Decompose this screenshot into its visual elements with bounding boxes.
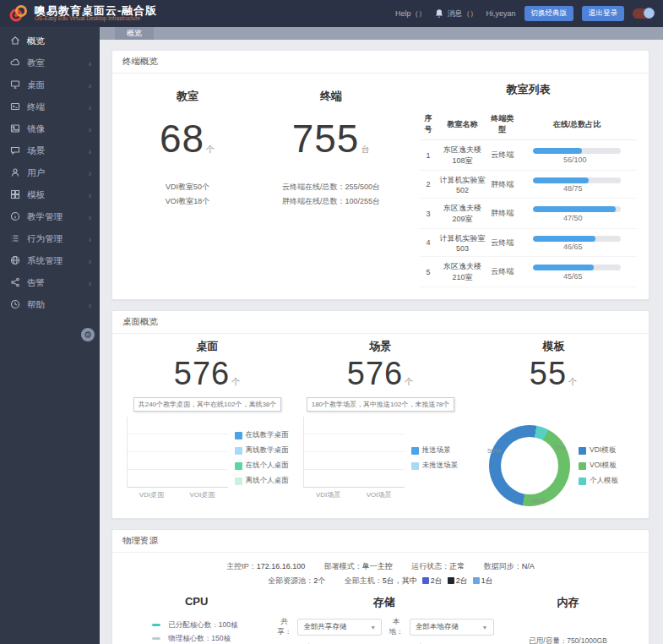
legend-item: 离线个人桌面	[235, 476, 289, 486]
chevron-right-icon: ›	[89, 213, 91, 222]
legend-item: 在线教学桌面	[235, 430, 289, 440]
table-header-row: 序号 教室名称 终端类型 在线/总数占比	[420, 109, 637, 140]
classroom-list-title: 教室列表	[420, 82, 637, 97]
legend-item: 在线个人桌面	[235, 461, 289, 471]
main-content: 终端概览 教室 68个 VDI教室50个 VOI教室18个 终端 755台	[100, 40, 663, 644]
pie-slice-label: 50%	[487, 447, 501, 455]
shared-storage-label: 共享：	[274, 617, 294, 637]
cluster-info-row1: 主控IP：172.16.16.100 部署模式：单一主控 运行状态：正常 数据同…	[112, 559, 649, 574]
sidebar-item-0[interactable]: 概览	[0, 30, 100, 52]
memory-usage: 已用/容量：750/1000GB	[496, 636, 640, 644]
sidebar: 概览教室›桌面›终端›镜像›场景›用户›模板›教学管理›行为管理›系统管理›告警…	[0, 27, 100, 644]
chevron-right-icon: ›	[89, 81, 91, 90]
shared-storage-block: 共享： 全部共享存储▼ 已用/容量：750/1000GB 已用率75%	[274, 617, 382, 644]
logout-button[interactable]: 退出登录	[582, 6, 624, 21]
cluster-info-row2: 全部资源池：2个 全部主机：5台，其中2台2台1台	[112, 574, 649, 588]
sidebar-item-5[interactable]: 场景›	[0, 140, 100, 162]
table-row[interactable]: 3东区逸夫楼209室胖终端47/50	[420, 199, 637, 229]
classroom-sub-voi: VOI教室18个	[124, 194, 251, 209]
template-label: 模板	[467, 339, 640, 354]
col-name: 教室名称	[437, 109, 488, 140]
home-icon	[10, 35, 20, 47]
scene-chart-col: 场景 576个 180个教学场景，其中推送102个，未推送78个 VDI场景VO…	[294, 339, 467, 506]
sidebar-item-6[interactable]: 用户›	[0, 162, 100, 184]
desktop-icon	[10, 79, 20, 91]
col-type: 终端类型	[488, 109, 517, 140]
local-storage-block: 本地： 全部本地存储▼ 已用/容量：750/1000GB 已用率75%	[386, 617, 493, 644]
table-row[interactable]: 2计算机实验室502胖终端48/75	[420, 171, 637, 199]
local-storage-select[interactable]: 全部本地存储▼	[410, 619, 494, 636]
local-storage-label: 本地：	[386, 617, 405, 637]
chevron-right-icon: ›	[89, 147, 91, 156]
terminal-stat: 终端 755台 云终端在线/总数：255/500台 胖终端在线/总数：100/2…	[251, 82, 411, 287]
physical-resource-card: 物理资源 主控IP：172.16.16.100 部署模式：单一主控 运行状态：正…	[111, 529, 649, 644]
switch-classic-button[interactable]: 切换经典版	[524, 6, 574, 21]
list-icon	[10, 233, 20, 245]
app-subtitle: OS-Easy Edu Virtual Desktop Infrastructu…	[35, 16, 157, 22]
theme-toggle[interactable]	[633, 8, 655, 19]
sidebar-item-2[interactable]: 桌面›	[0, 74, 100, 96]
pie-slice-label: 5%	[555, 444, 565, 451]
sidebar-item-label: 行为管理	[27, 233, 62, 245]
table-row[interactable]: 1东区逸夫楼108室云终端56/100	[420, 140, 637, 171]
grid-icon	[10, 189, 20, 201]
sidebar-item-label: 教室	[27, 57, 45, 69]
sidebar-item-1[interactable]: 教室›	[0, 52, 100, 74]
classroom-label: 教室	[124, 89, 251, 104]
chevron-right-icon: ›	[89, 235, 91, 244]
scene-bar-chart: VDI场景VOI场景 推送场景未推送场景	[294, 417, 467, 499]
scene-count: 576个	[294, 356, 467, 392]
sidebar-item-label: 系统管理	[27, 255, 62, 267]
template-count: 55个	[467, 356, 640, 392]
sidebar-item-label: 终端	[27, 101, 45, 113]
sidebar-item-9[interactable]: 行为管理›	[0, 228, 100, 250]
col-no: 序号	[420, 109, 437, 140]
table-row[interactable]: 4计算机实验室503云终端46/65	[420, 229, 637, 257]
user-menu[interactable]: Hi,yeyan	[486, 9, 515, 18]
chevron-down-icon: ▼	[482, 625, 488, 630]
chevron-down-icon: ▼	[370, 625, 376, 630]
desktop-tooltip: 共240个教学桌面，其中在线102个，离线38个	[133, 397, 282, 412]
info-icon	[10, 211, 20, 223]
memory-section: 内存 已用/容量：750/1000GB 已用率75%	[496, 595, 640, 644]
toggle-knob	[644, 8, 655, 19]
sidebar-item-3[interactable]: 终端›	[0, 96, 100, 118]
card-title: 桌面概览	[112, 311, 649, 334]
pie-slice-label: 45%	[531, 497, 545, 505]
help-link[interactable]: Help（）	[395, 8, 427, 19]
sidebar-item-12[interactable]: 帮助›	[0, 294, 100, 316]
legend-item: 物理核心数：150核	[152, 634, 231, 644]
col-ratio: 在线/总数占比	[517, 109, 637, 140]
desktop-chart-col: 桌面 576个 共240个教学桌面，其中在线102个，离线38个 VDI桌面VO…	[121, 339, 294, 506]
terminal-sub-cloud: 云终端在线/总数：255/500台	[251, 180, 411, 194]
tab-overview[interactable]: 概览	[115, 27, 154, 40]
desktop-bar-chart: VDI桌面VOI桌面 在线教学桌面离线教学桌面在线个人桌面离线个人桌面	[121, 417, 294, 499]
classroom-stat: 教室 68个 VDI教室50个 VOI教室18个	[124, 82, 251, 287]
classroom-list: 教室列表 序号 教室名称 终端类型 在线/总数占比 1东区逸夫楼108室云终端5…	[411, 82, 637, 287]
chevron-right-icon: ›	[89, 125, 91, 134]
online-ratio-text: 47/50	[563, 214, 595, 222]
sidebar-item-label: 模板	[27, 189, 45, 201]
messages-link[interactable]: 消息（）	[434, 8, 477, 19]
table-row[interactable]: 5东区逸夫楼210室云终端45/65	[420, 257, 637, 287]
legend-item: 已分配核心数：100核	[152, 620, 237, 630]
sidebar-item-label: 告警	[27, 277, 45, 289]
sidebar-item-8[interactable]: 教学管理›	[0, 206, 100, 228]
host-state-square	[473, 577, 480, 584]
sidebar-item-7[interactable]: 模板›	[0, 184, 100, 206]
chevron-right-icon: ›	[89, 257, 91, 266]
sidebar-item-4[interactable]: 镜像›	[0, 118, 100, 140]
bell-icon	[434, 8, 444, 19]
sidebar-gear-icon[interactable]: ⚙	[81, 328, 95, 341]
sidebar-item-label: 教学管理	[27, 211, 62, 223]
sidebar-item-11[interactable]: 告警›	[0, 272, 100, 294]
shared-storage-select[interactable]: 全部共享存储▼	[297, 619, 382, 636]
sidebar-item-10[interactable]: 系统管理›	[0, 250, 100, 272]
sidebar-item-label: 桌面	[27, 79, 45, 91]
chevron-right-icon: ›	[89, 279, 91, 288]
desktop-label: 桌面	[121, 339, 294, 354]
online-ratio-bar	[533, 265, 621, 270]
classroom-sub-vdi: VDI教室50个	[124, 180, 251, 194]
chevron-right-icon: ›	[89, 301, 91, 310]
memory-title: 内存	[496, 595, 640, 610]
